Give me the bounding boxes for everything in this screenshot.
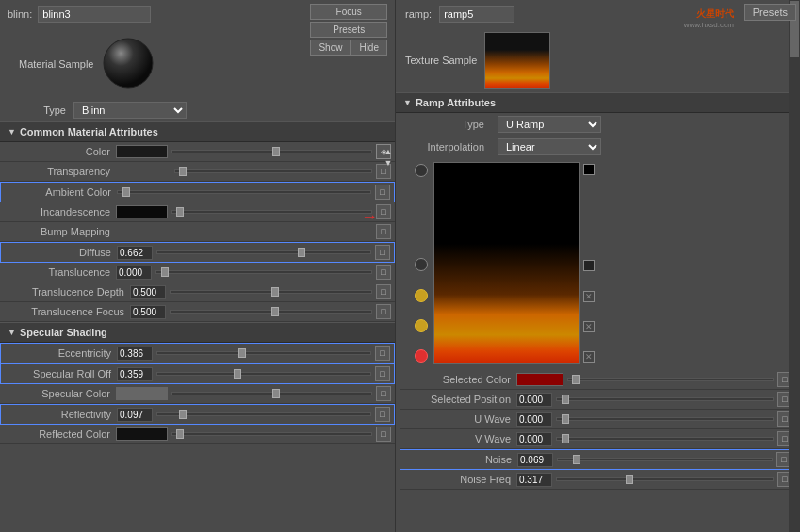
specular-section-header: ▼ Specular Shading [0,322,395,343]
specular-section-title: Specular Shading [20,327,107,338]
transparency-slider[interactable] [174,169,372,173]
translucence-depth-slider[interactable] [170,290,372,294]
right-top-bar: ramp: Presets [396,0,800,28]
diffuse-map-btn[interactable]: □ [375,245,390,260]
v-wave-row: V Wave □ [400,429,796,449]
bump-map-btn[interactable]: □ [376,224,391,239]
scroll-down-arrow[interactable]: ▼ [383,157,394,169]
left-panel: blinn: Focus Presets Show Hide ▲ ▼ Mater… [0,0,396,532]
specular-color-slider[interactable] [171,392,372,395]
type-label: Type [19,105,66,116]
right-scrollbar[interactable] [789,0,800,532]
color-slider[interactable] [171,150,372,153]
selected-color-slider[interactable] [567,378,774,381]
reflected-color-swatch[interactable] [116,427,168,441]
translucence-map-btn[interactable]: □ [376,265,391,280]
type-select[interactable]: Blinn [73,102,187,119]
translucence-slider[interactable] [155,270,372,274]
reflected-color-slider[interactable] [171,432,372,436]
presets-top-button[interactable]: Presets [744,4,796,21]
reflectivity-label: Reflectivity [8,409,117,420]
noise-input[interactable] [517,453,553,467]
specular-rolloff-map-btn[interactable]: □ [375,366,390,381]
specular-color-row: Specular Color □ [0,384,395,404]
ramp-interp-select[interactable]: Linear [498,138,601,155]
specular-color-swatch[interactable] [116,387,168,400]
blinn-input[interactable] [38,6,151,23]
specular-rolloff-input[interactable] [117,367,153,381]
translucence-input[interactable] [116,266,152,280]
ramp-gradient-display[interactable] [433,162,580,364]
incandescence-slider[interactable] [171,210,372,214]
ramp-handle-mid-right[interactable] [583,260,595,271]
ramp-name-input[interactable] [439,6,514,23]
focus-button[interactable]: Focus [310,4,387,20]
transparency-row: Transparency □ [0,162,395,182]
right-panel: ramp: Presets 火星时代 www.hxsd.com Texture … [396,0,800,532]
u-wave-input[interactable] [516,412,552,427]
ramp-handle-x1-right[interactable]: ✕ [583,291,595,302]
selected-position-input[interactable] [516,393,552,407]
translucence-focus-slider[interactable] [170,310,372,314]
ambient-map-btn[interactable]: □ [375,185,390,200]
hide-button[interactable]: Hide [351,40,387,56]
diffuse-label: Diffuse [8,247,117,258]
presets-button[interactable]: Presets [310,22,387,38]
diffuse-slider[interactable] [156,250,371,254]
eccentricity-map-btn[interactable]: □ [375,346,390,361]
v-wave-input[interactable] [516,432,552,446]
eccentricity-slider[interactable] [156,351,371,355]
diffuse-input[interactable] [117,246,153,260]
show-hide-row: Show Hide [310,40,387,56]
ramp-handle-x3-right[interactable]: ✕ [583,351,595,363]
selected-color-swatch[interactable] [516,373,563,386]
noise-freq-slider[interactable] [556,477,774,481]
show-button[interactable]: Show [310,40,351,56]
v-wave-slider[interactable] [556,437,774,441]
reflectivity-slider[interactable] [156,412,371,416]
texture-preview [484,32,550,89]
ramp-handle-mid-left[interactable] [415,258,428,271]
u-wave-slider[interactable] [556,417,774,421]
incandescence-label: Incandescence [8,206,116,218]
reflected-color-label: Reflected Color [8,428,116,440]
eccentricity-input[interactable] [117,347,153,361]
color-swatch[interactable] [116,145,168,158]
ramp-handle-top-left[interactable] [415,164,428,177]
translucence-focus-map-btn[interactable]: □ [376,304,391,319]
ramp-handle-top-right[interactable] [583,164,595,175]
noise-slider[interactable] [557,458,773,461]
common-triangle-icon[interactable]: ▼ [8,127,16,137]
incandescence-map-btn[interactable]: □ [376,204,391,219]
reflectivity-map-btn[interactable]: □ [375,407,390,422]
ramp-handle-x2-right[interactable]: ✕ [583,321,595,332]
reflectivity-input[interactable] [117,408,153,422]
translucence-depth-label: Translucence Depth [8,286,130,298]
specular-triangle-icon[interactable]: ▼ [8,328,16,337]
blinn-label: blinn: [8,8,32,20]
reflected-color-map-btn[interactable]: □ [376,427,391,442]
ramp-handle-gold1-left[interactable] [415,289,428,302]
sphere-preview [103,38,155,89]
ramp-handle-bottom-left[interactable] [415,349,428,363]
ambient-color-row: Ambient Color □ [0,182,395,202]
translucence-focus-label: Translucence Focus [8,306,130,317]
noise-freq-input[interactable] [516,473,552,487]
texture-svg [485,33,550,89]
ramp-handle-gold2-left[interactable] [415,319,428,332]
translucence-depth-input[interactable] [130,285,166,299]
ramp-type-select[interactable]: U Ramp [498,116,601,133]
specular-color-label: Specular Color [8,388,116,399]
translucence-depth-map-btn[interactable]: □ [376,284,391,299]
selected-position-slider[interactable] [556,397,774,401]
ramp-interp-label: Interpolation [415,141,490,153]
ambient-slider[interactable] [117,190,371,194]
scroll-up-arrow[interactable]: ▲ [383,146,394,157]
translucence-focus-input[interactable] [130,305,166,319]
ramp-attr-title: Ramp Attributes [416,97,496,108]
reflectivity-row: Reflectivity □ [0,404,395,425]
specular-color-map-btn[interactable]: □ [376,386,391,401]
incandescence-swatch[interactable] [116,205,168,218]
ramp-attr-triangle-icon[interactable]: ▼ [403,98,412,107]
specular-rolloff-slider[interactable] [156,372,371,376]
